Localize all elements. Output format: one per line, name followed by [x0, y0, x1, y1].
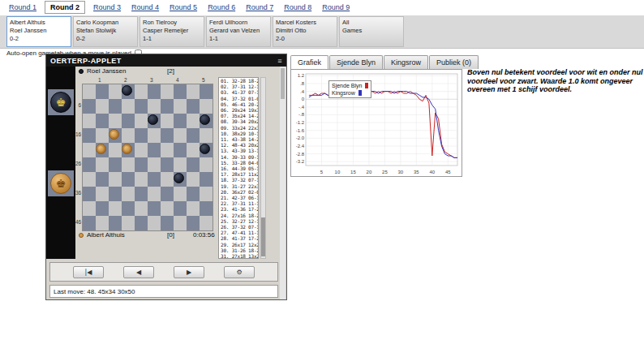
game-tab[interactable]: Marcel KostersDimitri Otto2-0: [273, 16, 337, 47]
round-tab[interactable]: Round 4: [129, 2, 161, 12]
board-square: [187, 84, 200, 99]
move-row[interactable]: 19. 31-27 22x31: [221, 183, 258, 189]
round-tab[interactable]: Round 1: [6, 2, 39, 12]
board-square: [122, 128, 135, 143]
board-square: [96, 157, 109, 172]
board-row-label: 36: [75, 190, 81, 196]
svg-text:35: 35: [414, 170, 419, 174]
game-tab-score: 2-0: [276, 35, 334, 43]
board-square: [174, 157, 187, 172]
scrollbar-thumb[interactable]: [261, 217, 265, 256]
board-square: [96, 187, 109, 201]
svg-text:-2.0: -2.0: [296, 136, 305, 140]
game-tab-player1: Albert Althuis: [10, 19, 68, 27]
board-square: [148, 99, 161, 114]
board-row-label: 6: [75, 102, 81, 108]
game-tab[interactable]: AllGames: [339, 16, 404, 47]
round-tab[interactable]: Round 9: [320, 2, 352, 12]
round-tab[interactable]: Round 5: [167, 2, 200, 12]
board-square: [109, 187, 122, 201]
panel-tab[interactable]: Sjende Blyn: [329, 55, 383, 69]
svg-text:25: 25: [382, 170, 388, 174]
move-row[interactable]: 17. 28x17 11x22: [221, 171, 258, 177]
move-row[interactable]: 14. 39-33 09-13: [221, 154, 258, 160]
move-row[interactable]: 15. 33-28 04-09: [221, 160, 258, 166]
move-row[interactable]: 16. 44-39 05-10: [221, 166, 258, 171]
move-row[interactable]: 23. 41-36 17-21: [221, 206, 258, 212]
legend-item: Sjende Blyn: [332, 82, 368, 89]
board-square: [200, 157, 213, 172]
move-list-scrollbar[interactable]: [260, 77, 266, 259]
move-row[interactable]: 26. 37-32 07-12: [221, 224, 258, 230]
gear-icon: ⚙: [236, 269, 242, 276]
game-tabs: Albert AlthuisRoel Janssen0-2Carlo Koopm…: [6, 16, 404, 47]
game-tab[interactable]: Albert AlthuisRoel Janssen0-2: [6, 16, 71, 47]
last-move-text: Last move: 48. 45x34 30x50: [54, 288, 135, 295]
prev-move-button[interactable]: ◀: [123, 266, 154, 278]
board-square: [161, 114, 174, 128]
move-row[interactable]: 09. 33x24 22x33: [221, 125, 258, 131]
board-square: [161, 99, 174, 114]
board-square: [83, 187, 96, 201]
move-row[interactable]: 01. 32-28 18-22: [221, 78, 258, 84]
move-row[interactable]: 02. 37-31 12-18: [221, 84, 258, 89]
round-tab[interactable]: Round 8: [281, 2, 314, 12]
move-row[interactable]: 21. 42-37 06-11: [221, 195, 258, 200]
move-row[interactable]: 25. 32-27 12-18: [221, 218, 258, 224]
move-row[interactable]: 13. 43-39 13-18: [221, 148, 258, 153]
round-tab[interactable]: Round 3: [91, 2, 123, 12]
board-square: [83, 84, 96, 99]
panel-tab[interactable]: Grafiek: [290, 55, 328, 69]
window-scrollbar[interactable]: [280, 67, 286, 299]
svg-text:40: 40: [429, 170, 435, 174]
move-row[interactable]: 08. 39-34 20x29: [221, 118, 258, 124]
round-tab[interactable]: Round 6: [205, 2, 238, 12]
round-tab[interactable]: Round 2: [45, 1, 85, 14]
panel-tab[interactable]: Kingsrow: [384, 55, 428, 69]
move-row[interactable]: 22. 37-31 11-16: [221, 200, 258, 206]
game-tab[interactable]: Ron TielrooyCasper Remeijer1-1: [140, 16, 204, 47]
move-row[interactable]: 11. 43-38 14-20: [221, 136, 258, 142]
move-row[interactable]: 03. 41-37 07-12: [221, 89, 258, 95]
go-start-button[interactable]: |◀: [73, 266, 104, 278]
move-row[interactable]: 20. 36x27 02-07: [221, 189, 258, 195]
move-row[interactable]: 18. 37-32 07-11: [221, 177, 258, 183]
game-tab[interactable]: Carlo KoopmanStefan Stolwijk0-2: [73, 16, 138, 47]
move-row[interactable]: 10. 38x29 10-14: [221, 131, 258, 136]
move-row[interactable]: 29. 26x17 12x21: [221, 242, 258, 247]
game-tab-player2: Games: [342, 27, 401, 35]
scrollbar-thumb[interactable]: [281, 68, 285, 99]
move-row[interactable]: 31. 27x18 13x22: [221, 253, 258, 259]
window-menu-icon[interactable]: ≡: [277, 57, 282, 65]
black-king-tile[interactable]: ♚: [48, 89, 74, 115]
game-tab-player2: Casper Remeijer: [143, 27, 201, 35]
board-square: [122, 187, 135, 201]
board-square: [109, 172, 122, 187]
bottom-player-captures: [0]: [167, 231, 174, 239]
move-row[interactable]: 30. 31-26 18-22: [221, 247, 258, 253]
next-move-button[interactable]: ▶: [174, 266, 204, 278]
move-row[interactable]: 06. 29x24 19x30: [221, 107, 258, 113]
board-square: [109, 216, 122, 230]
board-square: [200, 143, 213, 157]
board-square: [135, 201, 148, 216]
board-square: [96, 143, 109, 157]
move-row[interactable]: 04. 37-32 01-07: [221, 96, 258, 101]
move-row[interactable]: 05. 46-41 20-24: [221, 101, 258, 107]
board-square: [161, 84, 174, 99]
move-row[interactable]: 12. 48-43 20x29: [221, 142, 258, 148]
board-square: [96, 99, 109, 114]
round-tab[interactable]: Round 7: [243, 2, 276, 12]
board-square: [187, 172, 200, 187]
game-tab-player1: All: [342, 19, 401, 27]
board-square: [96, 84, 109, 99]
white-king-tile[interactable]: ♚: [48, 170, 74, 196]
move-row[interactable]: 24. 27x16 18-22: [221, 213, 258, 218]
game-tab[interactable]: Ferdi UilhoornGerard van Velzen1-1: [206, 16, 271, 47]
board-square: [148, 187, 161, 201]
settings-button[interactable]: ⚙: [224, 266, 255, 278]
panel-tab[interactable]: Publiek (0): [429, 55, 479, 69]
move-row[interactable]: 07. 35x24 14-20: [221, 113, 258, 118]
white-color-dot-icon: [79, 233, 84, 238]
board-square: [122, 84, 135, 99]
